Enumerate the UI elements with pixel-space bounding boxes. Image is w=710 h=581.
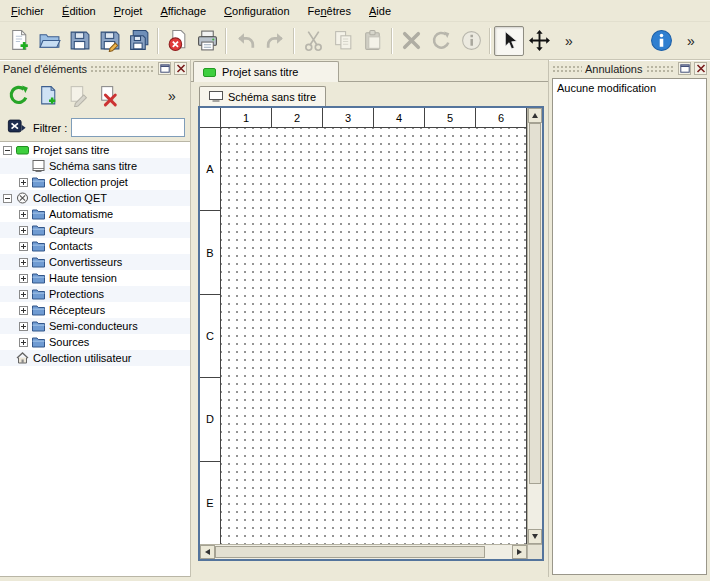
expander-plus-icon[interactable]: [19, 226, 28, 235]
print-button[interactable]: [192, 26, 222, 56]
vertical-scroll-track[interactable]: [528, 123, 542, 529]
undo-empty-text: Aucune modification: [557, 82, 702, 94]
tree-item-label: Haute tension: [49, 272, 117, 284]
overflow-chevron-icon[interactable]: »: [676, 26, 706, 56]
menu-aide[interactable]: Aide: [360, 0, 400, 21]
folder-icon: [32, 208, 45, 220]
overflow-chevron-icon[interactable]: »: [158, 82, 186, 110]
folder-icon: [32, 224, 45, 236]
scroll-up-button[interactable]: [528, 108, 542, 123]
elements-panel-toolbar: »: [0, 77, 190, 114]
expander-plus-icon[interactable]: [19, 290, 28, 299]
tree-item-semi-conducteurs[interactable]: Semi-conducteurs: [0, 318, 190, 334]
tree-item-sources[interactable]: Sources: [0, 334, 190, 350]
horizontal-scroll-track[interactable]: [215, 545, 512, 559]
save-all-button[interactable]: [124, 26, 154, 56]
tree-item-label: Semi-conducteurs: [49, 320, 138, 332]
toolbar-separator: [391, 28, 393, 54]
schema-icon: [209, 90, 223, 104]
new-document-button[interactable]: [4, 26, 34, 56]
tree-item-capteurs[interactable]: Capteurs: [0, 222, 190, 238]
tree-item-projet-sans-titre[interactable]: Projet sans titre: [0, 142, 190, 158]
expander-plus-icon[interactable]: [19, 258, 28, 267]
tree-item-label: Automatisme: [49, 208, 113, 220]
expander-minus-icon[interactable]: [3, 194, 12, 203]
expander-minus-icon[interactable]: [3, 146, 12, 155]
project-icon: [203, 68, 216, 77]
schema-canvas[interactable]: [221, 128, 527, 544]
expander-plus-icon[interactable]: [19, 242, 28, 251]
tree-item-contacts[interactable]: Contacts: [0, 238, 190, 254]
vertical-scroll-thumb[interactable]: [529, 123, 541, 484]
close-icon: [176, 63, 186, 75]
expander-plus-icon[interactable]: [19, 210, 28, 219]
tab-schema[interactable]: Schéma sans titre: [199, 86, 326, 106]
new-element-button[interactable]: [34, 82, 62, 110]
menu-projet[interactable]: Projet: [105, 0, 152, 21]
close-panel-button[interactable]: [174, 62, 187, 75]
menu-edition[interactable]: Édition: [53, 0, 105, 21]
elements-panel: Panel d'éléments » Filtrer : Projet sans…: [0, 60, 191, 577]
tree-item-protections[interactable]: Protections: [0, 286, 190, 302]
menu-configuration[interactable]: Configuration: [215, 0, 298, 21]
tree-item-automatisme[interactable]: Automatisme: [0, 206, 190, 222]
overflow-chevron-icon[interactable]: »: [554, 26, 584, 56]
filter-input[interactable]: [71, 118, 185, 137]
toolbar-separator: [489, 28, 491, 54]
dock-drag-grip[interactable]: [90, 65, 155, 73]
expander-plus-icon[interactable]: [19, 274, 28, 283]
vertical-scrollbar[interactable]: [527, 108, 542, 544]
scroll-left-button[interactable]: [200, 545, 215, 559]
select-arrow-button[interactable]: [494, 26, 524, 56]
expander-plus-icon[interactable]: [19, 338, 28, 347]
open-document-button[interactable]: [34, 26, 64, 56]
horizontal-scroll-thumb[interactable]: [215, 546, 485, 558]
arrow-right-icon: [517, 549, 522, 555]
about-info-button[interactable]: [646, 26, 676, 56]
ruler-row-label: C: [200, 295, 220, 378]
tab-project[interactable]: Projet sans titre: [193, 61, 339, 82]
close-icon: [696, 63, 706, 75]
horizontal-scrollbar[interactable]: [200, 544, 527, 559]
close-panel-button[interactable]: [694, 62, 707, 75]
reload-button[interactable]: [4, 82, 32, 110]
tree-item-collection-utilisateur[interactable]: Collection utilisateur: [0, 350, 190, 366]
menu-fenetres[interactable]: Fenêtres: [299, 0, 360, 21]
tree-item-schema-sans-titre[interactable]: Schéma sans titre: [0, 158, 190, 174]
menu-fichier[interactable]: Fichier: [2, 0, 53, 21]
tree-item-recepteurs[interactable]: Récepteurs: [0, 302, 190, 318]
tree-item-convertisseurs[interactable]: Convertisseurs: [0, 254, 190, 270]
tree-item-collection-projet[interactable]: Collection projet: [0, 174, 190, 190]
cut-button: [298, 26, 328, 56]
tree-item-haute-tension[interactable]: Haute tension: [0, 270, 190, 286]
undo-panel: Annulations Aucune modification: [548, 60, 710, 577]
float-panel-button[interactable]: [678, 62, 691, 75]
scroll-down-button[interactable]: [528, 529, 542, 544]
ruler-column-label: 5: [425, 108, 476, 127]
ruler-column-label: 4: [374, 108, 425, 127]
float-panel-button[interactable]: [158, 62, 171, 75]
tree-item-collection-qet[interactable]: Collection QET: [0, 190, 190, 206]
scroll-right-button[interactable]: [512, 545, 527, 559]
expander-plus-icon[interactable]: [19, 322, 28, 331]
expander-plus-icon[interactable]: [19, 178, 28, 187]
save-as-button[interactable]: [94, 26, 124, 56]
scrollbar-corner: [527, 544, 542, 559]
dock-drag-grip[interactable]: [552, 65, 582, 73]
undo-history-list[interactable]: Aucune modification: [552, 78, 707, 575]
arrow-down-icon: [532, 534, 538, 539]
dock-drag-grip[interactable]: [646, 65, 676, 73]
undo-button: [230, 26, 260, 56]
move-mode-button[interactable]: [524, 26, 554, 56]
menu-affichage[interactable]: Affichage: [151, 0, 215, 21]
expander-plus-icon[interactable]: [19, 306, 28, 315]
arrow-left-icon: [205, 549, 210, 555]
project-pane: Schéma sans titre 123456 ABCDE: [191, 82, 548, 577]
ruler-columns: 123456: [221, 108, 527, 128]
undo-panel-titlebar: Annulations: [549, 60, 710, 77]
close-document-button[interactable]: [162, 26, 192, 56]
delete-element-button[interactable]: [94, 82, 122, 110]
toolbar-separator: [293, 28, 295, 54]
clear-filter-button[interactable]: [5, 116, 29, 140]
save-button[interactable]: [64, 26, 94, 56]
